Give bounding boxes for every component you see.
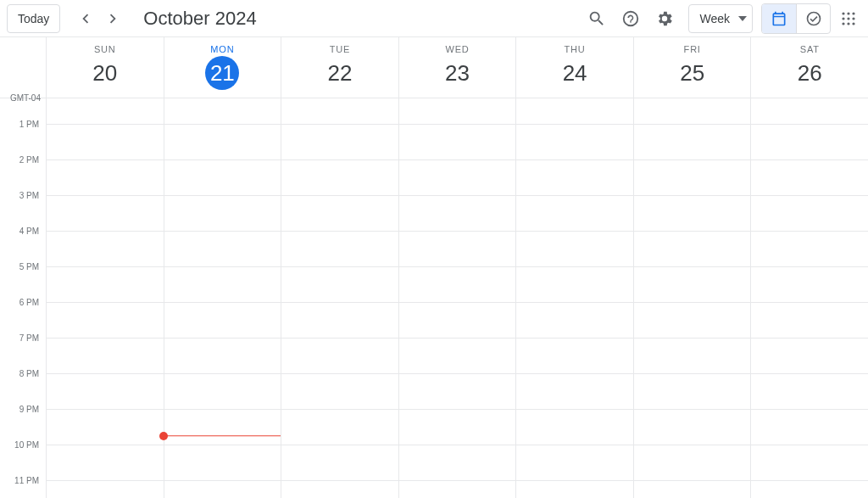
time-label: 10 PM <box>14 440 39 450</box>
svg-point-3 <box>842 17 844 20</box>
view-toggle-group <box>761 3 831 34</box>
day-name: TUE <box>330 44 350 54</box>
day-number[interactable]: 22 <box>323 56 357 90</box>
day-header[interactable]: TUE22 <box>281 37 398 98</box>
hour-line <box>46 302 868 303</box>
time-label: 5 PM <box>19 262 39 271</box>
day-number[interactable]: 20 <box>88 56 122 90</box>
day-column[interactable] <box>281 98 398 498</box>
time-label: 6 PM <box>19 298 39 307</box>
svg-point-2 <box>852 12 854 14</box>
settings-button[interactable] <box>648 2 682 36</box>
day-number[interactable]: 23 <box>441 56 475 90</box>
hour-line <box>46 409 868 410</box>
time-label: 11 PM <box>14 476 39 485</box>
day-column[interactable] <box>750 98 868 498</box>
day-column[interactable] <box>633 98 751 498</box>
hour-line <box>46 231 868 232</box>
svg-point-4 <box>847 17 849 20</box>
day-name: WED <box>445 44 469 54</box>
day-header[interactable]: SUN20 <box>46 37 164 98</box>
day-column[interactable] <box>398 98 516 498</box>
chevron-right-icon <box>103 9 122 28</box>
hour-line <box>46 338 868 339</box>
gear-icon <box>655 9 674 28</box>
timezone-cell: GMT-04 <box>0 37 46 98</box>
day-name: THU <box>565 44 586 54</box>
view-selector-label: Week <box>699 12 730 25</box>
time-label: 8 PM <box>19 369 39 378</box>
time-label: 2 PM <box>19 155 39 165</box>
day-columns <box>46 98 868 498</box>
search-icon <box>587 9 606 28</box>
day-header[interactable]: SAT26 <box>750 37 868 98</box>
day-header[interactable]: FRI25 <box>633 37 751 98</box>
day-header[interactable]: THU24 <box>515 37 633 98</box>
day-name: SAT <box>800 44 820 54</box>
chevron-left-icon <box>76 9 95 28</box>
svg-point-5 <box>852 17 854 20</box>
view-selector[interactable]: Week <box>688 4 753 33</box>
day-header[interactable]: WED23 <box>398 37 516 98</box>
day-header-row: GMT-04 SUN20MON21TUE22WED23THU24FRI25SAT… <box>0 37 868 98</box>
help-button[interactable] <box>614 2 648 36</box>
day-name: SUN <box>94 44 116 54</box>
hour-line <box>46 480 868 481</box>
help-icon <box>621 9 640 28</box>
calendar-icon <box>771 10 787 27</box>
hour-line <box>46 195 868 196</box>
hour-line <box>46 445 868 445</box>
today-button[interactable]: Today <box>7 4 60 33</box>
svg-point-6 <box>842 22 844 25</box>
day-column[interactable] <box>164 98 281 498</box>
prev-button[interactable] <box>72 5 99 32</box>
day-number[interactable]: 21 <box>205 56 239 90</box>
search-button[interactable] <box>580 2 614 36</box>
hour-line <box>46 373 868 374</box>
google-apps-button[interactable] <box>836 2 861 36</box>
svg-point-7 <box>847 22 849 25</box>
time-label: 4 PM <box>19 227 39 236</box>
apps-grid-icon <box>841 11 856 26</box>
calendar-grid[interactable]: 1 PM2 PM3 PM4 PM5 PM6 PM7 PM8 PM9 PM10 P… <box>0 98 868 498</box>
hour-line <box>46 124 868 125</box>
day-number[interactable]: 26 <box>793 56 826 90</box>
svg-point-1 <box>847 12 849 14</box>
day-name: FRI <box>684 44 701 54</box>
check-circle-icon <box>805 10 822 27</box>
hour-line <box>46 266 868 267</box>
day-name: MON <box>210 44 234 54</box>
day-number[interactable]: 24 <box>558 56 592 90</box>
header: Today October 2024 Week <box>0 0 868 37</box>
chevron-down-icon <box>738 12 747 25</box>
day-column[interactable] <box>515 98 633 498</box>
nav-arrows <box>72 5 126 32</box>
day-header[interactable]: MON21 <box>164 37 281 98</box>
svg-point-0 <box>842 12 844 14</box>
time-column: 1 PM2 PM3 PM4 PM5 PM6 PM7 PM8 PM9 PM10 P… <box>0 98 46 498</box>
hour-line <box>46 159 868 160</box>
time-label: 7 PM <box>19 333 39 343</box>
time-label: 3 PM <box>19 191 39 200</box>
day-number[interactable]: 25 <box>676 56 709 90</box>
next-button[interactable] <box>99 5 126 32</box>
time-label: 9 PM <box>19 405 39 414</box>
time-label: 1 PM <box>19 120 39 129</box>
day-column[interactable] <box>46 98 164 498</box>
svg-point-8 <box>852 22 854 25</box>
now-indicator-line <box>164 435 281 437</box>
calendar-view-toggle[interactable] <box>762 4 796 33</box>
month-title: October 2024 <box>143 8 256 30</box>
tasks-view-toggle[interactable] <box>796 4 830 33</box>
